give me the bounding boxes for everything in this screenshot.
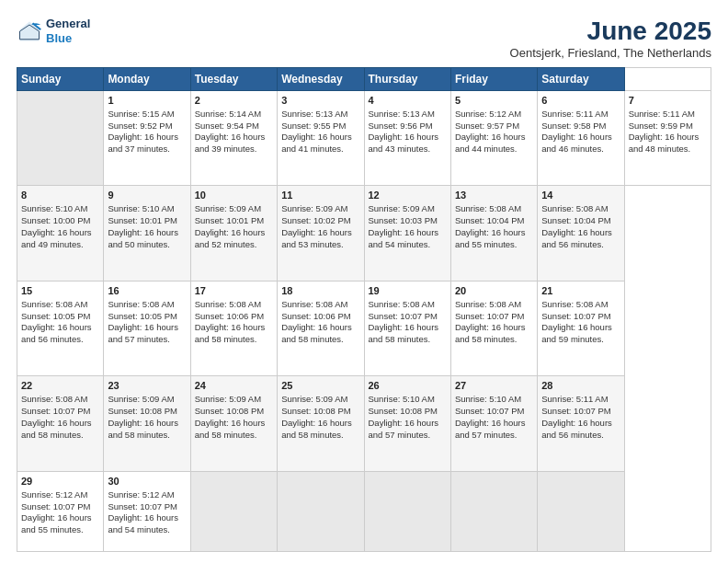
day-info-line: Sunset: 9:52 PM	[108, 121, 186, 132]
day-info-line: Sunset: 10:01 PM	[108, 215, 186, 227]
calendar-day-cell: 26Sunrise: 5:10 AMSunset: 10:08 PMDaylig…	[364, 376, 450, 471]
day-info-line: Daylight: 16 hours	[195, 132, 273, 144]
day-number: 8	[21, 189, 99, 202]
day-info-line: Sunset: 9:56 PM	[369, 121, 447, 132]
day-number: 22	[21, 379, 99, 393]
day-info-line: and 49 minutes.	[21, 239, 99, 251]
day-number: 1	[108, 94, 186, 108]
day-number: 25	[281, 379, 359, 393]
day-info-line: Sunrise: 5:11 AM	[629, 109, 707, 121]
day-info-line: Daylight: 16 hours	[281, 322, 359, 334]
day-info-line: Daylight: 16 hours	[21, 512, 99, 524]
day-info-line: Sunset: 10:00 PM	[21, 215, 99, 227]
calendar-header-cell: Monday	[104, 68, 190, 91]
logo-line1: General	[46, 17, 90, 31]
day-info-line: Sunset: 10:05 PM	[21, 311, 99, 323]
day-info-line: Sunset: 10:03 PM	[369, 215, 447, 227]
day-info-line: and 54 minutes.	[108, 524, 186, 536]
day-info-line: Daylight: 16 hours	[369, 132, 447, 144]
day-info-line: and 52 minutes.	[195, 239, 273, 251]
logo-text: General Blue	[46, 17, 90, 45]
calendar-day-cell: 14Sunrise: 5:08 AMSunset: 10:04 PMDaylig…	[538, 186, 624, 281]
day-number: 29	[21, 475, 99, 488]
day-info-line: Sunrise: 5:08 AM	[369, 299, 447, 311]
calendar-week-row: 29Sunrise: 5:12 AMSunset: 10:07 PMDaylig…	[17, 471, 711, 551]
day-info-line: and 55 minutes.	[455, 239, 533, 251]
day-info-line: Daylight: 16 hours	[195, 322, 273, 334]
day-info-line: and 56 minutes.	[21, 334, 99, 346]
day-info-line: and 58 minutes.	[369, 334, 447, 346]
day-info-line: Daylight: 16 hours	[541, 322, 620, 334]
day-info-line: Daylight: 16 hours	[455, 418, 533, 430]
calendar-header-cell: Saturday	[538, 68, 624, 91]
calendar-day-cell: 11Sunrise: 5:09 AMSunset: 10:02 PMDaylig…	[278, 186, 364, 281]
day-info-line: Sunrise: 5:11 AM	[541, 109, 620, 121]
calendar-day-cell: 5Sunrise: 5:12 AMSunset: 9:57 PMDaylight…	[450, 91, 537, 186]
day-info-line: and 58 minutes.	[455, 334, 533, 346]
calendar-day-cell: 16Sunrise: 5:08 AMSunset: 10:05 PMDaylig…	[104, 281, 190, 375]
day-info-line: Sunrise: 5:09 AM	[195, 394, 273, 406]
day-info-line: Sunrise: 5:10 AM	[108, 203, 186, 215]
day-info-line: Daylight: 16 hours	[195, 418, 273, 430]
calendar-body: 1Sunrise: 5:15 AMSunset: 9:52 PMDaylight…	[17, 91, 711, 552]
day-info-line: Sunset: 9:59 PM	[629, 121, 707, 132]
day-info-line: and 37 minutes.	[108, 144, 186, 155]
calendar-day-cell: 30Sunrise: 5:12 AMSunset: 10:07 PMDaylig…	[104, 471, 190, 551]
day-info-line: Sunset: 10:08 PM	[369, 406, 447, 418]
calendar-day-cell: 22Sunrise: 5:08 AMSunset: 10:07 PMDaylig…	[17, 376, 104, 471]
calendar-day-cell: 6Sunrise: 5:11 AMSunset: 9:58 PMDaylight…	[538, 91, 624, 186]
calendar-day-cell	[190, 471, 277, 551]
calendar-day-cell: 1Sunrise: 5:15 AMSunset: 9:52 PMDaylight…	[104, 91, 190, 186]
day-info-line: Sunset: 10:04 PM	[455, 215, 533, 227]
day-info-line: Sunrise: 5:10 AM	[455, 394, 533, 406]
day-info-line: Daylight: 16 hours	[195, 227, 273, 239]
day-info-line: Daylight: 16 hours	[21, 418, 99, 430]
day-info-line: Sunset: 10:06 PM	[195, 311, 273, 323]
calendar-day-cell: 24Sunrise: 5:09 AMSunset: 10:08 PMDaylig…	[190, 376, 277, 471]
day-number: 28	[541, 379, 620, 393]
day-info-line: Sunrise: 5:13 AM	[281, 109, 359, 121]
calendar-day-cell	[364, 471, 450, 551]
day-info-line: Daylight: 16 hours	[108, 418, 186, 430]
calendar-header-cell: Friday	[450, 68, 537, 91]
day-info-line: Sunset: 10:07 PM	[541, 406, 620, 418]
day-number: 13	[455, 189, 533, 202]
day-number: 21	[541, 284, 620, 298]
day-info-line: Sunrise: 5:09 AM	[281, 203, 359, 215]
calendar-header-cell: Tuesday	[190, 68, 277, 91]
day-info-line: Sunrise: 5:08 AM	[108, 299, 186, 311]
day-info-line: and 53 minutes.	[281, 239, 359, 251]
calendar-day-cell	[538, 471, 624, 551]
day-info-line: and 39 minutes.	[195, 144, 273, 155]
calendar-day-cell: 23Sunrise: 5:09 AMSunset: 10:08 PMDaylig…	[104, 376, 190, 471]
calendar-week-row: 15Sunrise: 5:08 AMSunset: 10:05 PMDaylig…	[17, 281, 711, 375]
day-info-line: Sunset: 10:08 PM	[281, 406, 359, 418]
day-number: 6	[541, 94, 620, 108]
day-info-line: and 48 minutes.	[629, 144, 707, 155]
calendar-week-row: 1Sunrise: 5:15 AMSunset: 9:52 PMDaylight…	[17, 91, 711, 186]
day-info-line: Sunset: 10:04 PM	[541, 215, 620, 227]
day-number: 19	[369, 284, 447, 298]
calendar-day-cell	[278, 471, 364, 551]
calendar-day-cell: 4Sunrise: 5:13 AMSunset: 9:56 PMDaylight…	[364, 91, 450, 186]
day-info-line: Daylight: 16 hours	[108, 227, 186, 239]
day-info-line: Sunset: 10:07 PM	[455, 311, 533, 323]
day-info-line: Sunrise: 5:08 AM	[21, 299, 99, 311]
day-info-line: Sunrise: 5:12 AM	[108, 489, 186, 501]
logo-line2: Blue	[46, 31, 90, 46]
day-info-line: Sunrise: 5:09 AM	[281, 394, 359, 406]
day-info-line: Daylight: 16 hours	[21, 227, 99, 239]
day-info-line: Daylight: 16 hours	[455, 132, 533, 144]
day-info-line: Sunset: 9:58 PM	[541, 121, 620, 132]
day-number: 17	[195, 284, 273, 298]
day-info-line: and 57 minutes.	[455, 430, 533, 442]
day-info-line: Sunrise: 5:08 AM	[455, 203, 533, 215]
day-info-line: Sunrise: 5:08 AM	[21, 394, 99, 406]
day-info-line: Sunset: 10:07 PM	[369, 311, 447, 323]
day-info-line: and 56 minutes.	[541, 239, 620, 251]
day-number: 26	[369, 379, 447, 393]
day-info-line: Sunrise: 5:13 AM	[369, 109, 447, 121]
day-info-line: Sunrise: 5:12 AM	[21, 489, 99, 501]
day-info-line: Sunrise: 5:08 AM	[541, 203, 620, 215]
calendar-day-cell: 13Sunrise: 5:08 AMSunset: 10:04 PMDaylig…	[450, 186, 537, 281]
